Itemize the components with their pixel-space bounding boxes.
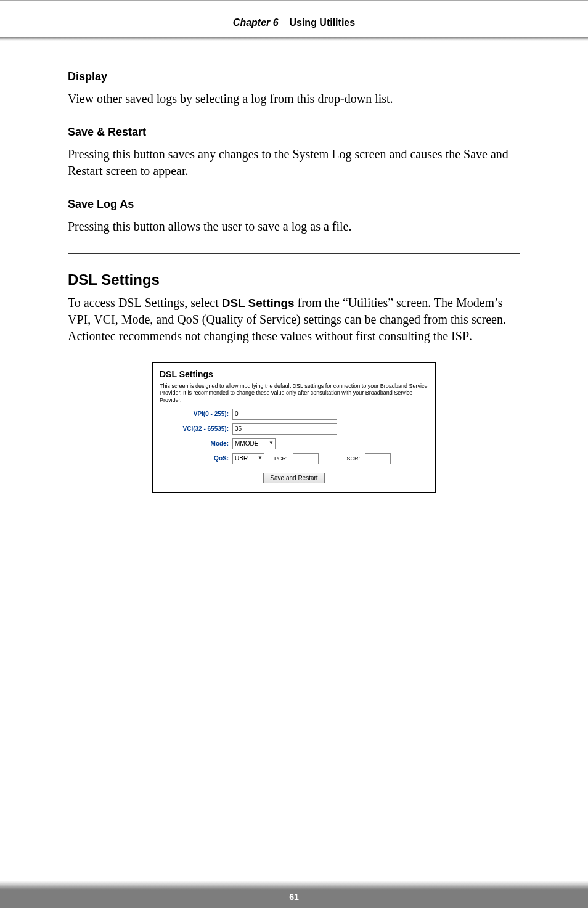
row-mode: Mode: [160, 438, 428, 449]
body-display: View other saved logs by selecting a log… [68, 91, 520, 107]
dsl-text-end: . [469, 329, 472, 343]
section-save-log-as: Save Log As Pressing this button allows … [68, 198, 520, 235]
qos-inline: PCR: SCR: [232, 453, 391, 464]
input-scr[interactable] [365, 453, 391, 464]
panel-button-row: Save and Restart [160, 473, 428, 483]
divider [68, 253, 520, 254]
dsl-text-bold: DSL Settings [222, 297, 295, 309]
label-vci: VCI(32 - 65535): [160, 425, 232, 432]
section-save-restart: Save & Restart Pressing this button save… [68, 126, 520, 179]
chapter-label: Chapter 6 [233, 17, 279, 28]
input-pcr[interactable] [293, 453, 319, 464]
panel-wrap: DSL Settings This screen is designed to … [68, 362, 520, 493]
row-vpi: VPI(0 - 255): [160, 409, 428, 420]
chapter-title: Using Utilities [289, 17, 355, 28]
page: Chapter 6 Using Utilities Display View o… [0, 0, 588, 908]
body-dsl-settings: To access DSL Settings, select DSL Setti… [68, 295, 520, 345]
input-vpi[interactable] [232, 409, 337, 420]
dsl-text-dsl1: DSL [118, 296, 142, 309]
panel-desc: This screen is designed to allow modifyi… [160, 383, 428, 404]
dsl-text-isp: ISP [451, 329, 469, 343]
dsl-text-vpi: VPI [68, 313, 88, 326]
row-qos: QoS: PCR: SCR: [160, 453, 428, 464]
panel-title: DSL Settings [160, 369, 428, 379]
select-mode[interactable] [232, 438, 276, 449]
header-text: Chapter 6 Using Utilities [0, 17, 588, 28]
label-qos: QoS: [160, 455, 232, 462]
select-mode-wrap [232, 438, 276, 449]
label-pcr: PCR: [274, 456, 288, 462]
save-and-restart-button[interactable]: Save and Restart [263, 473, 324, 483]
page-number: 61 [0, 890, 588, 908]
footer-gradient [0, 881, 588, 890]
label-vpi: VPI(0 - 255): [160, 411, 232, 417]
dsl-text-sep1: , [88, 313, 94, 326]
page-footer: 61 [0, 881, 588, 908]
body-save-log-as: Pressing this button allows the user to … [68, 218, 520, 235]
heading-dsl-settings: DSL Settings [68, 271, 520, 288]
section-display: Display View other saved logs by selecti… [68, 70, 520, 107]
section-dsl-settings: DSL Settings To access DSL Settings, sel… [68, 271, 520, 493]
heading-display: Display [68, 70, 520, 83]
select-qos-wrap [232, 453, 264, 464]
label-mode: Mode: [160, 440, 232, 447]
top-rule [0, 0, 588, 1]
dsl-text-mid3: , Mode, and QoS (Quality of Service) set… [68, 313, 506, 343]
heading-save-restart: Save & Restart [68, 126, 520, 139]
dsl-text-pre: To access [68, 296, 118, 309]
page-header: Chapter 6 Using Utilities [0, 0, 588, 41]
input-vci[interactable] [232, 423, 337, 435]
dsl-text-vci: VCI [94, 313, 115, 326]
select-qos[interactable] [232, 453, 264, 464]
header-space [281, 17, 287, 28]
dsl-text-mid1: Settings, select [142, 296, 222, 309]
body-save-restart: Pressing this button saves any changes t… [68, 146, 520, 179]
label-scr: SCR: [347, 456, 361, 462]
heading-save-log-as: Save Log As [68, 198, 520, 211]
dsl-settings-panel: DSL Settings This screen is designed to … [152, 362, 436, 493]
row-vci: VCI(32 - 65535): [160, 423, 428, 435]
dsl-text-mid2: from the “Utilities” screen. The Modem’s [295, 296, 503, 309]
content: Display View other saved logs by selecti… [0, 41, 588, 493]
